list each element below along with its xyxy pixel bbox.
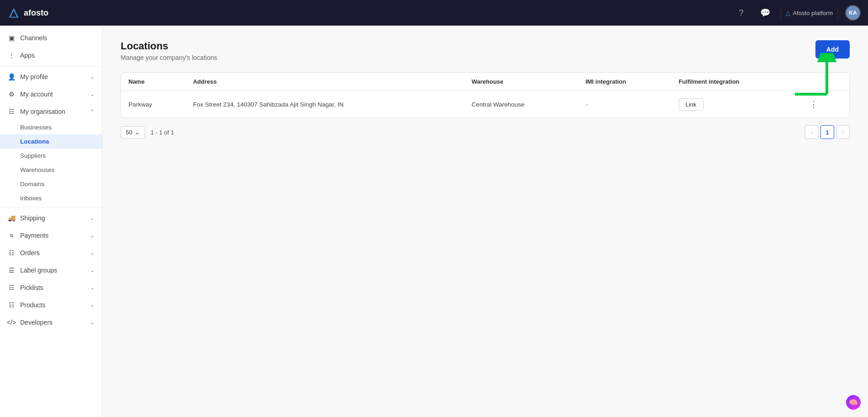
main-content: Locations Manage your company's location…	[102, 26, 868, 417]
triangle-icon: △	[786, 10, 790, 16]
sidebar-item-developers[interactable]: </> Developers ⌄	[0, 314, 102, 331]
sidebar-item-orders[interactable]: ☷ Orders ⌄	[0, 244, 102, 262]
sidebar-item-orders-label: Orders	[20, 249, 40, 257]
table-body: Parkway Fox Street 234, 140307 Sahibzada…	[121, 91, 849, 118]
sidebar-sub-label-locations: Locations	[20, 138, 49, 145]
cell-warehouse: Central Warehouse	[464, 91, 578, 118]
sidebar-item-my-organisation[interactable]: ☷ My organisation ⌄	[0, 103, 102, 120]
pagination-controls: ‹ 1 ›	[805, 125, 850, 139]
sidebar-sub-item-locations[interactable]: Locations	[0, 134, 102, 149]
page-title-block: Locations Manage your company's location…	[121, 40, 217, 61]
products-icon: ☷	[7, 301, 16, 309]
chat-button[interactable]: 💬	[757, 5, 773, 21]
cell-name: Parkway	[121, 91, 186, 118]
layout: ▣ Channels ⋮ Apps 👤 My profile ⌄ ⚙ My ac…	[0, 26, 868, 417]
shipping-icon: 🚚	[7, 214, 16, 222]
page-subtitle: Manage your company's locations	[121, 54, 217, 61]
sidebar-sub-label-warehouses: Warehouses	[20, 166, 54, 173]
prev-page-button[interactable]: ‹	[805, 125, 819, 139]
sidebar-sub-item-businesses[interactable]: Businesses	[0, 120, 102, 134]
sidebar-divider-2	[0, 207, 102, 208]
sidebar-sub-label-suppliers: Suppliers	[20, 152, 46, 159]
logo-text: afosto	[24, 8, 48, 18]
sidebar-sub-item-inboxes[interactable]: Inboxes	[0, 191, 102, 205]
picklists-icon: ☷	[7, 283, 16, 292]
chevron-down-icon-7: ⌄	[90, 284, 95, 291]
channels-icon: ▣	[7, 34, 16, 42]
sidebar-sub-item-domains[interactable]: Domains	[0, 177, 102, 191]
profile-icon: 👤	[7, 73, 16, 81]
row-actions-button[interactable]: ⋮	[806, 97, 821, 111]
sidebar-item-shipping-label: Shipping	[20, 214, 45, 222]
sidebar-item-label-groups[interactable]: ☰ Label groups ⌄	[0, 262, 102, 279]
sidebar-item-organisation-label: My organisation	[20, 108, 65, 115]
per-page-selector[interactable]: 50 ⌄	[121, 126, 145, 139]
sidebar-divider-1	[0, 66, 102, 66]
sidebar-sub-label-businesses: Businesses	[20, 124, 52, 131]
sidebar-item-products[interactable]: ☷ Products ⌄	[0, 296, 102, 314]
sidebar-item-payments[interactable]: ≡ Payments ⌄	[0, 227, 102, 244]
chevron-down-icon: ⌄	[90, 74, 95, 80]
imi-dash: –	[586, 101, 589, 108]
chevron-down-icon-2: ⌄	[90, 91, 95, 97]
sidebar-item-picklists[interactable]: ☷ Picklists ⌄	[0, 279, 102, 296]
col-actions	[799, 73, 849, 91]
chat-icon: 💬	[760, 8, 770, 18]
navbar: afosto ? 💬 △ Afosto platform KA	[0, 0, 868, 26]
navbar-right: ? 💬 △ Afosto platform KA	[733, 5, 861, 21]
account-icon: ⚙	[7, 90, 16, 98]
sidebar-item-shipping[interactable]: 🚚 Shipping ⌄	[0, 209, 102, 227]
sidebar-item-channels-label: Channels	[20, 34, 47, 42]
chevron-down-icon-4: ⌄	[90, 232, 95, 239]
col-fulfilment: Fulfilment integration	[671, 73, 799, 91]
question-icon: ?	[739, 8, 744, 18]
label-groups-icon: ☰	[7, 266, 16, 274]
cell-address: Fox Street 234, 140307 Sahibzada Ajit Si…	[186, 91, 464, 118]
col-warehouse: Warehouse	[464, 73, 578, 91]
platform-selector[interactable]: △ Afosto platform	[781, 7, 838, 19]
locations-table-container: Name Address Warehouse IMI integration F…	[121, 72, 850, 118]
chevron-down-icon-6: ⌄	[90, 267, 95, 273]
sidebar-item-my-account[interactable]: ⚙ My account ⌄	[0, 86, 102, 103]
apps-icon: ⋮	[7, 51, 16, 59]
cell-imi: –	[578, 91, 671, 118]
help-button[interactable]: ?	[733, 5, 750, 21]
developers-icon: </>	[7, 318, 16, 326]
col-address: Address	[186, 73, 464, 91]
orders-icon: ☷	[7, 249, 16, 257]
table-row: Parkway Fox Street 234, 140307 Sahibzada…	[121, 91, 849, 118]
brain-circle: 🧠	[846, 395, 861, 410]
per-page-value: 50	[126, 129, 132, 136]
sidebar-item-developers-label: Developers	[20, 319, 53, 326]
platform-label: Afosto platform	[793, 10, 833, 16]
sidebar-sub-label-inboxes: Inboxes	[20, 195, 42, 202]
page-header: Locations Manage your company's location…	[121, 40, 850, 61]
afosto-logo-icon	[7, 6, 20, 19]
afosto-brain-icon: 🧠	[846, 395, 861, 410]
sidebar-item-products-label: Products	[20, 301, 45, 309]
organisation-icon: ☷	[7, 107, 16, 116]
chevron-up-icon: ⌄	[90, 108, 95, 115]
sidebar-item-my-profile[interactable]: 👤 My profile ⌄	[0, 68, 102, 86]
add-button[interactable]: Add	[815, 40, 850, 59]
next-page-button[interactable]: ›	[836, 125, 850, 139]
per-page-chevron: ⌄	[135, 129, 140, 136]
sidebar-sub-label-domains: Domains	[20, 181, 44, 187]
sidebar-sub-item-suppliers[interactable]: Suppliers	[0, 149, 102, 163]
sidebar-item-payments-label: Payments	[20, 232, 48, 239]
sidebar-sub-item-warehouses[interactable]: Warehouses	[0, 163, 102, 177]
avatar-text: KA	[849, 10, 857, 16]
chevron-down-icon-5: ⌄	[90, 250, 95, 256]
user-avatar[interactable]: KA	[845, 5, 861, 21]
sidebar-item-apps[interactable]: ⋮ Apps	[0, 47, 102, 64]
payments-icon: ≡	[7, 231, 16, 240]
chevron-down-icon-3: ⌄	[90, 215, 95, 221]
col-name: Name	[121, 73, 186, 91]
sidebar-item-channels[interactable]: ▣ Channels	[0, 29, 102, 47]
chevron-down-icon-8: ⌄	[90, 302, 95, 308]
navbar-logo[interactable]: afosto	[7, 6, 48, 19]
fulfilment-link-button[interactable]: Link	[679, 98, 703, 111]
sidebar: ▣ Channels ⋮ Apps 👤 My profile ⌄ ⚙ My ac…	[0, 26, 102, 417]
pagination: 50 ⌄ 1 - 1 of 1 ‹ 1 ›	[121, 125, 850, 139]
navbar-left: afosto	[7, 6, 48, 19]
